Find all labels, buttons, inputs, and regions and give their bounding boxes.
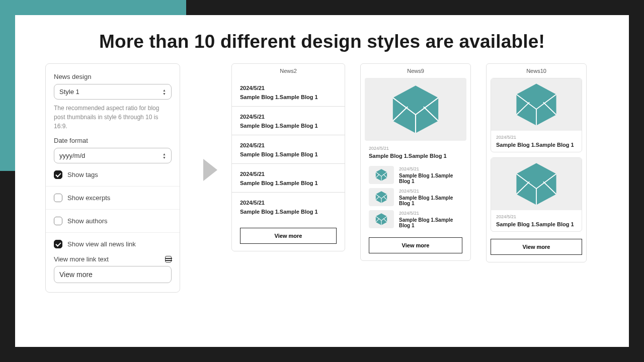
- select-updown-icon: ▲▼: [163, 88, 166, 96]
- select-updown-icon: ▲▼: [163, 152, 166, 159]
- thumbnail: [369, 166, 394, 184]
- show-excerpts-label: Show excerpts: [67, 194, 110, 202]
- list-item: 2024/5/21 Sample Blog 1.Sample Blog 1: [240, 200, 337, 215]
- item-date: 2024/5/21: [399, 166, 462, 171]
- thumbnail: [491, 78, 582, 131]
- divider: [232, 106, 345, 107]
- show-excerpts-row[interactable]: Show excerpts: [54, 194, 172, 202]
- item-date: 2024/5/21: [399, 211, 462, 216]
- item-title: Sample Blog 1.Sample Blog 1: [399, 217, 462, 228]
- list-item: 2024/5/21 Sample Blog 1.Sample Blog 1: [240, 85, 337, 107]
- show-viewall-row[interactable]: Show view all news link: [54, 240, 172, 248]
- preview-news2: News2 2024/5/21 Sample Blog 1.Sample Blo…: [231, 63, 345, 251]
- news-design-select[interactable]: Style 1 ▲▼: [54, 84, 172, 100]
- view-more-button[interactable]: View more: [240, 228, 337, 244]
- item-title: Sample Blog 1.Sample Blog 1: [240, 151, 337, 157]
- checkbox-icon: [54, 217, 62, 225]
- item-title: Sample Blog 1.Sample Blog 1: [496, 142, 577, 148]
- news-design-help: The recommended aspect ratio for blog po…: [54, 104, 172, 131]
- item-title: Sample Blog 1.Sample Blog 1: [240, 94, 337, 100]
- checkbox-icon: [54, 170, 62, 179]
- item-date: 2024/5/21: [240, 171, 337, 177]
- date-format-select[interactable]: yyyy/m/d ▲▼: [54, 148, 172, 163]
- divider: [46, 232, 180, 233]
- list-item: 2024/5/21 Sample Blog 1.Sample Blog 1: [491, 157, 582, 232]
- list-item: 2024/5/21 Sample Blog 1.Sample Blog 1: [361, 208, 470, 230]
- preview-title: News10: [487, 68, 586, 74]
- settings-panel: News design Style 1 ▲▼ The recommended a…: [45, 63, 180, 293]
- item-title: Sample Blog 1.Sample Blog 1: [240, 180, 337, 186]
- main-panel: More than 10 different design styles are…: [15, 15, 629, 347]
- date-format-value: yyyy/m/d: [59, 152, 85, 159]
- divider: [232, 163, 345, 164]
- page-title: More than 10 different design styles are…: [15, 31, 629, 52]
- view-more-input[interactable]: View more: [54, 266, 172, 283]
- list-item: 2024/5/21 Sample Blog 1.Sample Blog 1: [240, 171, 337, 193]
- show-authors-row[interactable]: Show authors: [54, 217, 172, 225]
- list-item: 2024/5/21 Sample Blog 1.Sample Blog 1: [491, 78, 582, 152]
- placeholder-icon: [388, 83, 443, 136]
- item-date: 2024/5/21: [240, 200, 337, 206]
- show-tags-label: Show tags: [67, 171, 98, 178]
- news-design-value: Style 1: [59, 88, 79, 96]
- list-item: 2024/5/21 Sample Blog 1.Sample Blog 1: [240, 142, 337, 164]
- item-date: 2024/5/21: [399, 189, 462, 194]
- preview-news10: News10 2024/5/21 Sample Blog 1.Sample Bl…: [486, 63, 587, 262]
- view-more-button[interactable]: View more: [369, 237, 462, 253]
- thumbnail: [369, 188, 394, 206]
- divider: [46, 186, 180, 187]
- list-item: 2024/5/21 Sample Blog 1.Sample Blog 1: [240, 114, 337, 135]
- divider: [46, 209, 180, 210]
- preview-title: News9: [361, 68, 470, 74]
- item-title: Sample Blog 1.Sample Blog 1: [399, 173, 462, 184]
- divider: [232, 135, 345, 135]
- item-title: Sample Blog 1.Sample Blog 1: [399, 195, 462, 206]
- item-title: Sample Blog 1.Sample Blog 1: [496, 221, 577, 227]
- checkbox-icon: [54, 240, 62, 248]
- item-date: 2024/5/21: [369, 146, 470, 151]
- thumbnail: [365, 78, 466, 141]
- preview-news9: News9 2024/5/21 Sample Blog 1.Sample Blo…: [360, 63, 471, 261]
- view-more-button[interactable]: View more: [491, 239, 582, 255]
- view-more-label: View more link text: [54, 255, 109, 263]
- item-date: 2024/5/21: [496, 135, 577, 140]
- date-format-label: Date format: [54, 137, 172, 144]
- item-date: 2024/5/21: [240, 85, 337, 91]
- item-title: Sample Blog 1.Sample Blog 1: [240, 209, 337, 215]
- list-item: 2024/5/21 Sample Blog 1.Sample Blog 1: [361, 186, 470, 208]
- database-icon[interactable]: [165, 256, 172, 262]
- item-title: Sample Blog 1.Sample Blog 1: [369, 153, 470, 159]
- item-title: Sample Blog 1.Sample Blog 1: [240, 123, 337, 129]
- show-tags-row[interactable]: Show tags: [54, 170, 172, 179]
- list-item: 2024/5/21 Sample Blog 1.Sample Blog 1: [361, 164, 470, 186]
- thumbnail: [369, 210, 394, 228]
- show-viewall-label: Show view all news link: [67, 240, 136, 248]
- checkbox-icon: [54, 194, 62, 202]
- divider: [232, 192, 345, 193]
- item-date: 2024/5/21: [496, 214, 577, 219]
- item-date: 2024/5/21: [240, 114, 337, 120]
- arrow-icon: [203, 159, 217, 181]
- news-design-label: News design: [54, 73, 172, 80]
- show-authors-label: Show authors: [67, 217, 108, 225]
- thumbnail: [491, 158, 582, 210]
- item-date: 2024/5/21: [240, 142, 337, 148]
- preview-title: News2: [232, 68, 345, 74]
